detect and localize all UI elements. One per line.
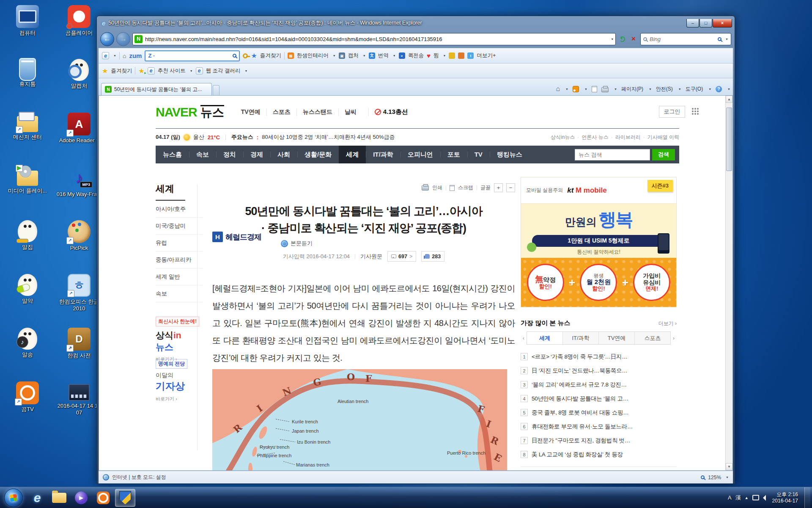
- login-button[interactable]: 로그인: [659, 106, 685, 118]
- translate-button[interactable]: 번역: [378, 52, 389, 59]
- desktop-icon-media-player[interactable]: 미디어 플레이...: [3, 163, 52, 217]
- nav-economy[interactable]: 경제: [243, 146, 270, 163]
- link-article-history[interactable]: 기사배열 이력: [647, 134, 679, 141]
- sidebar-item-america[interactable]: 미국/중남미: [156, 218, 203, 235]
- hanssem-button[interactable]: 한샘인테리어: [297, 52, 329, 59]
- zoom-magnifier-icon[interactable]: [701, 475, 705, 479]
- most-viewed-more-link[interactable]: 더보기 ›: [658, 320, 677, 327]
- taskbar-media-player[interactable]: ▶: [71, 489, 91, 507]
- most-viewed-tab-tv[interactable]: TV연예: [598, 332, 634, 344]
- zum-search-box[interactable]: Z ·: [145, 50, 240, 61]
- article-print-label[interactable]: 인쇄: [432, 184, 442, 191]
- tabs-next-icon[interactable]: ›: [671, 335, 677, 341]
- news-list-item[interactable]: 6휴대전화로 부모께 유서·노모 돌보느라…: [521, 420, 677, 433]
- safety-menu[interactable]: 안전(S): [656, 86, 673, 93]
- search-icon[interactable]: [718, 37, 721, 41]
- publisher[interactable]: H 헤럴드경제: [212, 232, 261, 242]
- news-list-item[interactable]: 1<르포> ‘가족 8명이 죽 두그릇’…日지…: [521, 350, 677, 364]
- most-viewed-tab-world[interactable]: 세계: [527, 332, 562, 344]
- address-dropdown-icon[interactable]: ▼: [611, 38, 614, 41]
- desktop-icon-gom-tv[interactable]: 곰TV: [3, 378, 52, 432]
- scrollbar-thumb[interactable]: [726, 108, 732, 171]
- login-key-icon[interactable]: [243, 53, 248, 58]
- zum-more-button[interactable]: 더보기+: [477, 52, 496, 59]
- title-bar[interactable]: e 50년만에 동시다발 꿈틀대는 ‘불의 고리’...아시아 · 중남미로 확…: [99, 16, 733, 30]
- news-list-item[interactable]: 2日 ‘지진 도미노’ 건드렸나…북동쪽으…: [521, 364, 677, 378]
- hidden-icons-button[interactable]: ▲: [745, 496, 749, 500]
- nav-world[interactable]: 세계: [339, 146, 366, 163]
- capture-caret[interactable]: ▼: [363, 54, 366, 57]
- like-button[interactable]: 283: [421, 251, 444, 262]
- nav-life-culture[interactable]: 생활/문화: [297, 146, 339, 163]
- desktop-icon-alsong[interactable]: 알송: [3, 324, 52, 378]
- suggested-sites-button[interactable]: 추천 사이트: [158, 67, 186, 75]
- wish-button[interactable]: 찜: [433, 52, 439, 59]
- network-icon[interactable]: [752, 495, 759, 500]
- nav-it-science[interactable]: IT/과학: [366, 146, 401, 163]
- news-search-input[interactable]: [575, 149, 650, 160]
- stop-icon[interactable]: ×: [631, 35, 636, 43]
- tools-menu[interactable]: 도구(O): [686, 86, 703, 93]
- desktop-icon-alzip[interactable]: 알집: [3, 217, 52, 271]
- original-article-link[interactable]: 기사원문: [360, 253, 382, 260]
- listen-button[interactable]: 본문듣기: [281, 240, 313, 247]
- hanssem-caret[interactable]: ▼: [333, 54, 336, 57]
- browser-tab[interactable]: N 50년만에 동시다발 꿈틀대는 ‘불의 고...: [101, 83, 212, 95]
- news-list-item[interactable]: 450년만에 동시다발 꿈틀대는 ‘불의 고…: [521, 392, 677, 406]
- zoom-level[interactable]: 125%: [708, 475, 721, 480]
- nav-breaking[interactable]: 속보: [189, 146, 216, 163]
- start-button[interactable]: [4, 489, 23, 507]
- link-press-news[interactable]: 언론사 뉴스: [582, 134, 608, 141]
- most-viewed-tab-sports[interactable]: 스포츠: [634, 332, 670, 344]
- taskbar-alyac[interactable]: [115, 489, 135, 507]
- search-box[interactable]: ▼: [640, 33, 731, 45]
- minimize-button[interactable]: –: [686, 19, 699, 28]
- page-caret[interactable]: ▼: [649, 88, 652, 91]
- article-scrap-icon[interactable]: [450, 185, 455, 191]
- forward-button[interactable]: →: [116, 32, 130, 46]
- desktop-icon-alyac[interactable]: 알약: [3, 271, 52, 324]
- clock[interactable]: 오후 2:16 2016-04-17: [772, 491, 798, 504]
- taskbar-ie[interactable]: e: [27, 489, 47, 507]
- nav-news-home[interactable]: 뉴스홈: [156, 146, 189, 163]
- help-icon[interactable]: ?: [716, 86, 722, 92]
- zum-home-icon[interactable]: ⌂: [123, 52, 126, 59]
- header-menu-weather[interactable]: 날씨: [338, 108, 362, 116]
- news-list-item[interactable]: 8美 LA 고교에 ‘성 중립 화장실’ 첫 등장: [521, 447, 677, 461]
- zoom-caret[interactable]: ▼: [726, 476, 729, 479]
- article-print-icon[interactable]: [422, 185, 429, 190]
- maximize-button[interactable]: □: [700, 19, 712, 28]
- home-caret[interactable]: ▼: [565, 88, 568, 91]
- naver-news-logo[interactable]: 뉴스: [200, 105, 224, 119]
- twitter-icon[interactable]: t: [467, 52, 474, 59]
- zum-search-input[interactable]: [156, 52, 231, 59]
- link-commonsense-news[interactable]: 상식in뉴스: [551, 134, 575, 141]
- language-indicator-a[interactable]: A: [728, 494, 732, 501]
- news-list-item[interactable]: 3‘불의 고리’ 에콰도르서 규모 7.8 강진…: [521, 378, 677, 392]
- news-search-button[interactable]: 검색: [652, 149, 675, 160]
- new-tab-button[interactable]: [213, 85, 219, 95]
- vertical-scrollbar[interactable]: ▲ ▼: [725, 96, 732, 470]
- rss-icon[interactable]: [573, 86, 579, 92]
- bing-search-input[interactable]: [650, 36, 715, 42]
- close-button[interactable]: ×: [713, 19, 732, 28]
- ie-menu-caret[interactable]: ▼: [113, 54, 116, 57]
- scroll-up-icon[interactable]: ▲: [726, 96, 732, 103]
- translate-caret[interactable]: ▼: [393, 54, 396, 57]
- zum-logo[interactable]: zum: [129, 52, 142, 59]
- search-dropdown-icon[interactable]: ▼: [725, 38, 728, 41]
- rss-caret[interactable]: ▼: [584, 88, 587, 91]
- tools-caret[interactable]: ▼: [708, 88, 711, 91]
- quick-send-button[interactable]: 퀵전송: [408, 52, 424, 59]
- zum-search-icon[interactable]: [233, 54, 236, 58]
- page-menu[interactable]: 페이지(P): [621, 86, 643, 93]
- ie-menu-icon[interactable]: e: [102, 52, 109, 59]
- desktop-icon-recycle-bin[interactable]: 휴지통: [3, 55, 52, 109]
- favorites-button[interactable]: 즐겨찾기: [111, 67, 132, 75]
- sidebar-item-world-general[interactable]: 세계 일반: [156, 268, 203, 285]
- zum-favorites-label[interactable]: 즐겨찾기: [260, 52, 281, 59]
- news-list-item[interactable]: 5중국 졸부, 8명 로봇 여비서 대동 쇼핑…: [521, 406, 677, 420]
- desktop-icon-computer[interactable]: 컴퓨터: [3, 2, 52, 55]
- election-link[interactable]: 4.13총선: [368, 108, 408, 116]
- taskbar-gom[interactable]: [93, 489, 113, 507]
